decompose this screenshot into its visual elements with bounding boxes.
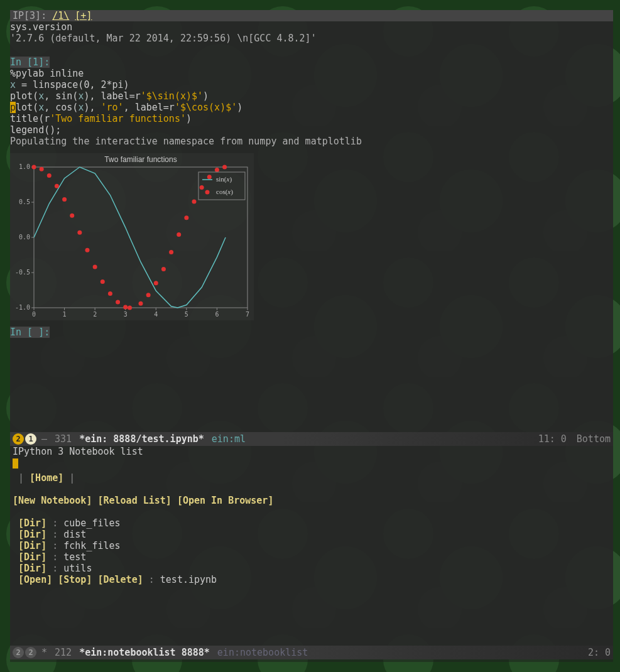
svg-point-29 (40, 167, 44, 171)
dir-tag: [Dir] (18, 563, 46, 574)
svg-point-49 (192, 199, 197, 203)
svg-point-34 (77, 230, 82, 235)
chart-svg: Two familiar functions01234567-1.0-0.50.… (10, 153, 254, 320)
tab-header: IP[3]: /1\ [+] (10, 10, 613, 21)
svg-point-52 (215, 168, 219, 172)
svg-point-36 (93, 265, 97, 269)
svg-point-41 (128, 306, 132, 310)
major-mode: ein:ml (212, 433, 246, 445)
svg-point-57 (205, 190, 210, 195)
tab-1[interactable]: /1\ (52, 10, 69, 21)
dir-entry[interactable]: [Dir] : utils (10, 563, 613, 574)
buffer-name: *ein:notebooklist 8888* (79, 647, 210, 658)
dir-name: test (63, 551, 86, 563)
tab-add[interactable]: [+] (75, 10, 92, 21)
cell-1-prompt: In [1]: (10, 57, 50, 68)
cell-2-prompt: In [ ]: (10, 327, 50, 338)
cell-1-stdout: Populating the interactive namespace fro… (10, 136, 613, 147)
major-mode: ein:notebooklist (217, 647, 308, 658)
svg-point-42 (139, 301, 143, 306)
delete-button[interactable]: [Delete] (97, 574, 143, 585)
svg-point-38 (108, 291, 112, 296)
buffer-name: *ein: 8888/test.ipynb* (79, 433, 204, 445)
cell-0-output: '2.7.6 (default, Mar 22 2014, 22:59:56) … (10, 33, 613, 44)
svg-point-53 (222, 165, 227, 170)
svg-point-32 (62, 197, 67, 202)
emacs-frame: IP[3]: /1\ [+] sys.version '2.7.6 (defau… (10, 10, 613, 662)
stop-button[interactable]: [Stop] (58, 574, 92, 585)
svg-text:sin(x): sin(x) (216, 175, 232, 183)
svg-point-51 (207, 175, 212, 179)
svg-text:3: 3 (124, 311, 128, 318)
dir-tag: [Dir] (18, 529, 46, 540)
window-badge-active: 2 (13, 647, 24, 658)
window-badge-active: 2 (13, 433, 24, 445)
dir-name: fchk_files (63, 540, 120, 551)
svg-point-48 (184, 215, 188, 220)
window-badge-num: 1 (25, 433, 36, 445)
modeline-bottom: 2 2 * 212 *ein:notebooklist 8888* ein:no… (10, 646, 613, 659)
dir-entry[interactable]: [Dir] : cube_files (10, 518, 613, 529)
dir-entry[interactable]: [Dir] : test (10, 551, 613, 563)
svg-point-35 (85, 248, 90, 252)
breadcrumb: | [Home] | (10, 472, 613, 484)
svg-text:0.5: 0.5 (19, 198, 30, 205)
cell-1-code[interactable]: %pylab inline x = linspace(0, 2*pi) plot… (10, 68, 613, 136)
svg-point-39 (116, 300, 120, 305)
svg-text:Two familiar functions: Two familiar functions (104, 155, 177, 164)
dir-name: utils (63, 563, 92, 574)
cursor-pos: 2: 0 (588, 647, 611, 658)
svg-text:cos(x): cos(x) (216, 188, 233, 196)
svg-rect-1 (34, 167, 247, 308)
notebooklist-pane[interactable]: IPython 3 Notebook list | [Home] | [New … (10, 446, 613, 646)
reload-list-button[interactable]: [Reload List] (97, 495, 171, 506)
svg-point-28 (32, 165, 36, 170)
action-bar: [New Notebook] [Reload List] [Open In Br… (10, 495, 613, 506)
home-link[interactable]: [Home] (30, 472, 63, 484)
svg-point-47 (177, 232, 181, 237)
svg-point-45 (161, 267, 166, 271)
notebook-name[interactable]: test.ipynb (160, 574, 217, 585)
notebook-pane[interactable]: IP[3]: /1\ [+] sys.version '2.7.6 (defau… (10, 10, 613, 432)
svg-text:-0.5: -0.5 (15, 269, 30, 276)
chart-output: Two familiar functions01234567-1.0-0.50.… (10, 153, 254, 320)
text-cursor: p (10, 102, 16, 113)
svg-text:2: 2 (93, 311, 97, 318)
svg-point-40 (123, 305, 128, 309)
svg-point-37 (101, 279, 105, 284)
open-in-browser-button[interactable]: [Open In Browser] (177, 495, 274, 506)
svg-point-46 (169, 250, 173, 254)
dir-tag: [Dir] (18, 540, 46, 551)
svg-point-30 (47, 173, 52, 178)
dir-name: cube_files (63, 518, 120, 529)
scroll-pos: Bottom (577, 433, 611, 445)
svg-point-43 (146, 293, 151, 297)
new-notebook-button[interactable]: [New Notebook] (13, 495, 92, 506)
cell-0-code[interactable]: sys.version (10, 21, 613, 33)
svg-text:6: 6 (215, 311, 219, 318)
svg-point-31 (55, 184, 59, 188)
dir-tag: [Dir] (18, 518, 46, 529)
svg-text:0.0: 0.0 (19, 234, 30, 241)
svg-text:5: 5 (185, 311, 188, 318)
notebook-entry: [Open] [Stop] [Delete] : test.ipynb (10, 574, 613, 585)
cell-2[interactable]: In [ ]: (10, 327, 613, 338)
cell-0[interactable]: sys.version '2.7.6 (default, Mar 22 2014… (10, 21, 613, 44)
svg-text:4: 4 (154, 311, 158, 318)
svg-point-33 (70, 214, 74, 218)
svg-text:-1.0: -1.0 (15, 304, 30, 311)
svg-point-50 (200, 185, 204, 190)
open-button[interactable]: [Open] (18, 574, 52, 585)
svg-text:1.0: 1.0 (19, 163, 30, 170)
svg-point-44 (154, 281, 158, 285)
list-cursor (13, 458, 18, 469)
dir-entry[interactable]: [Dir] : fchk_files (10, 540, 613, 551)
dir-tag: [Dir] (18, 551, 46, 563)
notebooklist-title: IPython 3 Notebook list (10, 446, 613, 457)
cell-1[interactable]: In [1]: %pylab inline x = linspace(0, 2*… (10, 57, 613, 320)
svg-text:7: 7 (246, 311, 249, 318)
modeline-top: 2 1 — 331 *ein: 8888/test.ipynb* ein:ml … (10, 432, 613, 446)
window-badge-num: 2 (25, 647, 36, 658)
dir-entry[interactable]: [Dir] : dist (10, 529, 613, 540)
dir-name: dist (63, 529, 86, 540)
